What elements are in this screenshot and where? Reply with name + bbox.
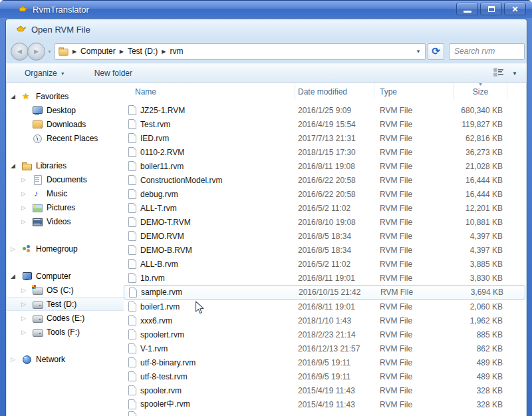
- libraries-icon: [21, 160, 32, 171]
- file-row[interactable]: ALL-B.rvm 2016/5/2 11:02 RVM File 3,885 …: [124, 257, 526, 271]
- file-row[interactable]: debug.rvm 2016/6/22 20:58 RVM File 16,44…: [124, 187, 526, 201]
- sidebar-item-desktop[interactable]: Desktop: [7, 103, 124, 117]
- file-row[interactable]: Test.rvm 2016/4/19 15:54 RVM File 119,82…: [124, 117, 526, 131]
- minimize-button[interactable]: [456, 3, 478, 15]
- videos-icon: [32, 216, 43, 227]
- refresh-button[interactable]: ⟳: [428, 43, 444, 60]
- sidebar-item-downloads[interactable]: Downloads: [7, 117, 124, 131]
- sort-indicator-icon: ▼: [478, 83, 483, 87]
- expander-icon[interactable]: ▷: [11, 246, 21, 252]
- file-row[interactable]: xxx6.rvm 2018/1/10 1:43 RVM File 1,962 K…: [124, 313, 526, 327]
- sidebar-item-codes-e[interactable]: ▷ Codes (E:): [7, 311, 124, 325]
- maximize-button[interactable]: [480, 3, 502, 15]
- address-bar[interactable]: ▶Computer▶Test (D:)▶rvm ▼: [55, 43, 426, 60]
- back-button[interactable]: ◄: [11, 43, 29, 61]
- sidebar-item-pictures[interactable]: ▷ Pictures: [7, 200, 124, 214]
- file-rows: JZ25-1.RVM 2016/1/25 9:09 RVM File 680,3…: [124, 100, 526, 411]
- file-row[interactable]: utf-8-binary.rvm 2016/9/5 19:11 RVM File…: [124, 355, 526, 369]
- sidebar-item-videos[interactable]: ▷ Videos: [7, 214, 124, 228]
- search-box: [449, 43, 525, 60]
- sidebar-item-network[interactable]: ▷ Network: [7, 352, 124, 366]
- expander-icon[interactable]: ▷: [11, 356, 21, 363]
- file-row[interactable]: ALL-T.rvm 2016/5/2 11:02 RVM File 12,201…: [124, 201, 526, 215]
- sidebar-item-recent-places[interactable]: Recent Places: [7, 131, 124, 145]
- window-titlebar[interactable]: RvmTranslator ✕: [0, 0, 532, 18]
- breadcrumb-separator-icon[interactable]: ▶: [72, 49, 76, 55]
- views-dropdown-icon[interactable]: ▼: [512, 71, 517, 77]
- breadcrumb-item[interactable]: rvm: [170, 47, 183, 56]
- sidebar-item-music[interactable]: ▷ Music: [7, 186, 124, 200]
- forward-button[interactable]: ►: [27, 43, 45, 61]
- expander-icon[interactable]: ▷: [21, 287, 32, 294]
- sidebar-item-homegroup[interactable]: ▷ Homegroup: [7, 242, 124, 256]
- breadcrumb-item[interactable]: Computer: [80, 47, 116, 56]
- file-icon: [128, 259, 136, 269]
- organize-button[interactable]: Organize ▼: [25, 69, 65, 78]
- file-row[interactable]: DEMO.RVM 2016/8/5 18:34 RVM File 4,397 K…: [124, 229, 526, 243]
- file-row[interactable]: spooler.rvm 2015/4/19 11:43 RVM File 328…: [124, 383, 526, 397]
- file-row[interactable]: boiler11.rvm 2016/8/11 19:08 RVM File 21…: [124, 159, 526, 173]
- expander-icon[interactable]: ▷: [21, 190, 32, 197]
- star-icon: [21, 91, 32, 102]
- sidebar-item-libraries[interactable]: ◢ Libraries: [7, 158, 124, 172]
- views-button[interactable]: [493, 68, 504, 79]
- file-row[interactable]: V-1.rvm 2016/12/13 21:57 RVM File 862 KB: [124, 341, 526, 355]
- computer-icon: [21, 271, 32, 282]
- drive-icon: [32, 313, 43, 323]
- expander-icon[interactable]: ◢: [11, 162, 21, 169]
- file-icon: [128, 147, 136, 157]
- breadcrumb-separator-icon[interactable]: ▶: [120, 49, 124, 55]
- music-icon: [32, 188, 43, 199]
- refresh-icon: ⟳: [432, 45, 440, 57]
- back-arrow-icon: ◄: [16, 47, 23, 55]
- sidebar-item-documents[interactable]: ▷ Documents: [7, 172, 124, 186]
- file-row[interactable]: spoolert.rvm 2018/2/23 21:14 RVM File 88…: [124, 327, 526, 341]
- sidebar-item-test-d[interactable]: ▷ Test (D:): [7, 297, 124, 311]
- expander-icon[interactable]: ▷: [21, 176, 32, 183]
- sidebar-item-favorites[interactable]: ◢ Favorites: [7, 89, 124, 103]
- drive-icon: [32, 299, 43, 310]
- file-icon: [128, 203, 136, 213]
- column-header-size[interactable]: ▼ Size: [454, 83, 507, 100]
- expander-icon[interactable]: ▷: [21, 315, 32, 321]
- pictures-icon: [32, 202, 43, 213]
- partial-next-row: [124, 409, 136, 416]
- file-row[interactable]: DEMO-T.RVM 2016/8/10 19:08 RVM File 10,8…: [124, 215, 526, 229]
- expander-icon[interactable]: ◢: [11, 273, 21, 280]
- address-dropdown-icon[interactable]: ▼: [416, 49, 421, 55]
- new-folder-button[interactable]: New folder: [94, 69, 132, 78]
- sidebar-item-computer[interactable]: ◢ Computer: [7, 269, 124, 283]
- column-header-date-modified[interactable]: Date modified: [295, 83, 374, 100]
- file-row[interactable]: spooler中.rvm 2015/4/19 11:43 RVM File 32…: [124, 397, 526, 411]
- sidebar-item-tools-f[interactable]: ▷ Tools (F:): [7, 325, 124, 339]
- breadcrumb-separator-icon[interactable]: ▶: [162, 49, 166, 55]
- file-icon: [128, 399, 136, 409]
- sidebar-item-os-c[interactable]: ▷ OS (C:): [7, 283, 124, 297]
- column-header-type[interactable]: Type: [374, 83, 454, 100]
- column-header-name[interactable]: Name: [124, 83, 295, 100]
- app-lamp-icon: [18, 3, 28, 15]
- file-row[interactable]: 1b.rvm 2016/8/11 19:01 RVM File 3,830 KB: [124, 271, 526, 285]
- file-row[interactable]: 0110-2.RVM 2018/1/15 17:30 RVM File 36,2…: [124, 145, 526, 159]
- expander-icon[interactable]: ▷: [21, 301, 32, 308]
- file-row[interactable]: sample.rvm 2016/10/15 21:42 RVM File 3,6…: [124, 285, 525, 300]
- close-button[interactable]: ✕: [504, 3, 526, 15]
- file-icon: [128, 161, 136, 171]
- forward-arrow-icon: ►: [33, 47, 40, 55]
- expander-icon[interactable]: ▷: [21, 218, 32, 225]
- dialog-titlebar[interactable]: Open RVM File: [6, 19, 527, 39]
- file-icon: [128, 105, 136, 115]
- recent-pages-dropdown[interactable]: ▼: [47, 49, 52, 54]
- expander-icon[interactable]: ▷: [21, 204, 32, 211]
- file-row[interactable]: utf-8-test.rvm 2016/9/5 19:11 RVM File 4…: [124, 369, 526, 383]
- downloads-icon: [32, 119, 43, 130]
- file-row[interactable]: DEMO-B.RVM 2016/8/5 18:34 RVM File 4,397…: [124, 243, 526, 257]
- expander-icon[interactable]: ▷: [21, 329, 32, 335]
- file-row[interactable]: boiler1.rvm 2016/8/11 19:01 RVM File 2,0…: [124, 300, 526, 313]
- file-row[interactable]: ConstructionModel.rvm 2016/6/22 20:58 RV…: [124, 173, 526, 187]
- search-input[interactable]: [450, 44, 524, 59]
- breadcrumb-item[interactable]: Test (D:): [128, 47, 158, 56]
- file-row[interactable]: JZ25-1.RVM 2016/1/25 9:09 RVM File 680,3…: [124, 103, 526, 117]
- file-row[interactable]: IED.rvm 2017/7/13 21:31 RVM File 62,816 …: [124, 131, 526, 145]
- expander-icon[interactable]: ◢: [11, 93, 21, 100]
